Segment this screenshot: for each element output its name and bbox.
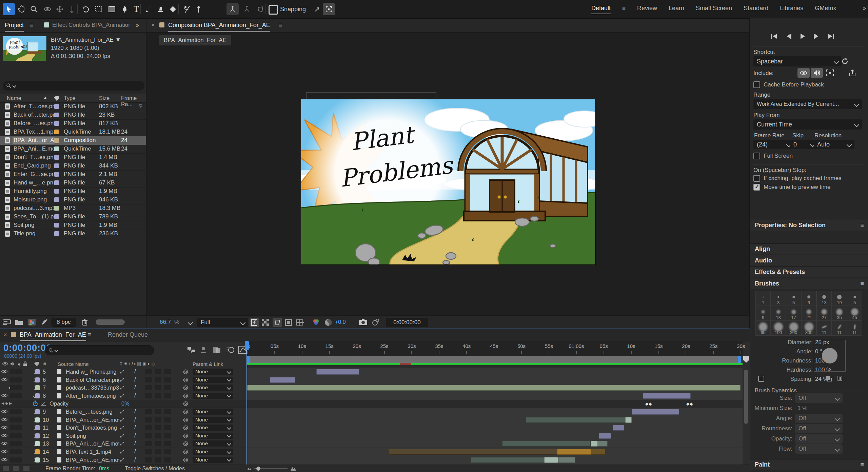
track-row-11[interactable] bbox=[246, 424, 743, 432]
brush-preset-21[interactable]: 21 bbox=[801, 306, 816, 321]
orbit-tool-icon[interactable] bbox=[41, 3, 54, 15]
effects-presets-panel-header[interactable]: Effects & Presets bbox=[750, 267, 868, 277]
solo-toggle[interactable] bbox=[10, 433, 16, 438]
include-toggle-icon[interactable] bbox=[183, 385, 188, 390]
work-area-bar[interactable] bbox=[247, 356, 741, 363]
zoom-level-value[interactable]: 66.7 bbox=[160, 319, 171, 326]
brush-preset-9[interactable]: 9 bbox=[755, 306, 771, 321]
layer-switch-box[interactable] bbox=[155, 457, 161, 463]
brush-preset-65[interactable]: 65 bbox=[755, 321, 771, 336]
layer-label-swatch[interactable] bbox=[35, 449, 40, 454]
lock-toggle[interactable] bbox=[16, 409, 22, 414]
file-row-1[interactable]: Back of…cter.pngPNG file23 KB bbox=[0, 111, 146, 120]
brush-preset-5[interactable]: 5 bbox=[786, 291, 801, 306]
layer-source-name[interactable]: Back of Character.png bbox=[66, 377, 119, 383]
composition-panel-menu-icon[interactable]: ≡ bbox=[279, 22, 282, 29]
layer-switch-box[interactable] bbox=[164, 385, 171, 390]
layer-label-swatch[interactable] bbox=[35, 441, 40, 446]
layer-label-swatch[interactable] bbox=[35, 433, 40, 438]
file-row-4[interactable]: BPA_Ani…or_AEComposition24 bbox=[0, 136, 146, 145]
continuously-rasterize-icon[interactable]: / bbox=[134, 448, 136, 455]
audio-panel-header[interactable]: Audio bbox=[750, 255, 868, 266]
continuously-rasterize-icon[interactable]: / bbox=[134, 392, 136, 399]
brush-preset-27[interactable]: 27 bbox=[816, 306, 832, 321]
mask-visibility-icon[interactable] bbox=[273, 318, 282, 327]
property-name[interactable]: Opacity bbox=[50, 400, 68, 407]
continuously-rasterize-icon[interactable]: / bbox=[134, 456, 136, 463]
composition-canvas[interactable]: Plant Problems bbox=[301, 99, 595, 264]
layer-duration-bar[interactable] bbox=[613, 425, 624, 431]
range-dropdown[interactable]: Work Area Extended By Current… bbox=[753, 99, 862, 109]
label-column-icon[interactable] bbox=[54, 96, 59, 101]
layer-switch-box[interactable] bbox=[164, 369, 171, 374]
collapse-transformations-icon[interactable] bbox=[119, 385, 124, 390]
solo-toggle[interactable] bbox=[10, 441, 16, 446]
tab-overflow-icon[interactable]: » bbox=[136, 22, 139, 29]
layer-source-name[interactable]: Don't_Tomatoes.png bbox=[66, 425, 117, 431]
layer-switch-box[interactable] bbox=[164, 441, 171, 446]
layer-duration-bar[interactable] bbox=[502, 441, 591, 447]
brush-preset-13[interactable]: 13 bbox=[816, 291, 832, 306]
lock-toggle[interactable] bbox=[16, 369, 22, 374]
eye-toggle-icon[interactable] bbox=[1, 434, 7, 437]
solo-toggle[interactable] bbox=[10, 425, 16, 430]
brush-setting-3[interactable]: Hardness: bbox=[750, 367, 813, 373]
eye-toggle-icon[interactable] bbox=[1, 426, 7, 429]
track-row-14[interactable] bbox=[246, 448, 743, 456]
brush-preset-11[interactable]: 11 bbox=[847, 321, 862, 336]
eye-toggle-icon[interactable] bbox=[1, 394, 7, 397]
new-composition-icon[interactable] bbox=[28, 318, 36, 326]
close-tab-icon[interactable]: × bbox=[151, 22, 155, 29]
include-toggle-icon[interactable] bbox=[183, 401, 188, 406]
layer-switch-box[interactable] bbox=[145, 457, 152, 463]
timeline-zoom-slider-thumb[interactable] bbox=[256, 467, 260, 471]
eye-toggle-icon[interactable] bbox=[1, 418, 7, 421]
layer-duration-bar[interactable] bbox=[316, 369, 359, 375]
toggle-switches-modes-button[interactable]: Toggle Switches / Modes bbox=[125, 466, 185, 472]
track-row-6[interactable] bbox=[246, 376, 743, 384]
transparency-grid-icon[interactable] bbox=[262, 319, 269, 326]
file-label-swatch[interactable] bbox=[54, 223, 59, 228]
layer-switch-box[interactable] bbox=[164, 449, 171, 454]
dynamics-dropdown[interactable]: Off bbox=[795, 414, 843, 423]
layer-switch-box[interactable] bbox=[155, 385, 161, 390]
lock-column-icon[interactable] bbox=[23, 361, 27, 366]
eye-toggle-icon[interactable] bbox=[1, 450, 7, 453]
brush-preset-11[interactable]: 11 bbox=[832, 321, 847, 336]
track-row-13[interactable] bbox=[246, 440, 743, 448]
solo-toggle[interactable] bbox=[10, 393, 16, 398]
solo-toggle[interactable] bbox=[10, 417, 16, 422]
new-brush-icon[interactable] bbox=[825, 375, 832, 382]
layer-source-name[interactable]: Soil.png bbox=[66, 433, 86, 439]
dolly-tool-icon[interactable] bbox=[66, 3, 78, 15]
file-label-swatch[interactable] bbox=[54, 231, 59, 236]
layer-row-6[interactable]: 6Back of Character.png/None bbox=[0, 376, 246, 384]
eye-toggle-icon[interactable] bbox=[1, 410, 7, 413]
lock-toggle[interactable] bbox=[16, 449, 22, 454]
brush-preset-9[interactable]: 9 bbox=[801, 291, 816, 306]
eye-toggle-icon[interactable] bbox=[1, 378, 7, 381]
workspace-gmetrix[interactable]: GMetrix bbox=[815, 5, 836, 12]
tab-project[interactable]: Project bbox=[5, 22, 24, 32]
layer-source-name[interactable]: podcast…33733.mp3 bbox=[66, 385, 119, 391]
layer-row-12[interactable]: 12Soil.png/None bbox=[0, 432, 246, 440]
continuously-rasterize-icon[interactable]: / bbox=[134, 368, 136, 375]
move-time-checkbox[interactable] bbox=[753, 184, 760, 191]
layer-switch-box[interactable] bbox=[145, 441, 152, 446]
audio-column-icon[interactable] bbox=[10, 361, 15, 366]
fast-preview-icon[interactable] bbox=[250, 318, 259, 327]
lock-toggle[interactable] bbox=[16, 385, 22, 390]
timeline-search-input[interactable] bbox=[45, 345, 154, 355]
parent-link-dropdown[interactable]: None bbox=[193, 417, 233, 423]
collapse-transformations-icon[interactable] bbox=[119, 377, 124, 382]
track-row-8[interactable] bbox=[246, 392, 743, 400]
property-row-opacity[interactable]: ◀ ◆ ▶Opacity0% bbox=[0, 400, 246, 408]
layer-label-swatch[interactable] bbox=[35, 393, 40, 398]
eye-toggle-icon[interactable] bbox=[1, 458, 7, 461]
layer-switch-box[interactable] bbox=[164, 425, 171, 430]
continuously-rasterize-icon[interactable]: / bbox=[134, 384, 136, 391]
workspace-review[interactable]: Review bbox=[637, 5, 657, 12]
zoom-tool-icon[interactable] bbox=[28, 3, 40, 15]
layer-source-name[interactable]: Hand w_ Phone.png bbox=[66, 369, 117, 375]
solo-column-icon[interactable]: ● bbox=[18, 361, 21, 367]
